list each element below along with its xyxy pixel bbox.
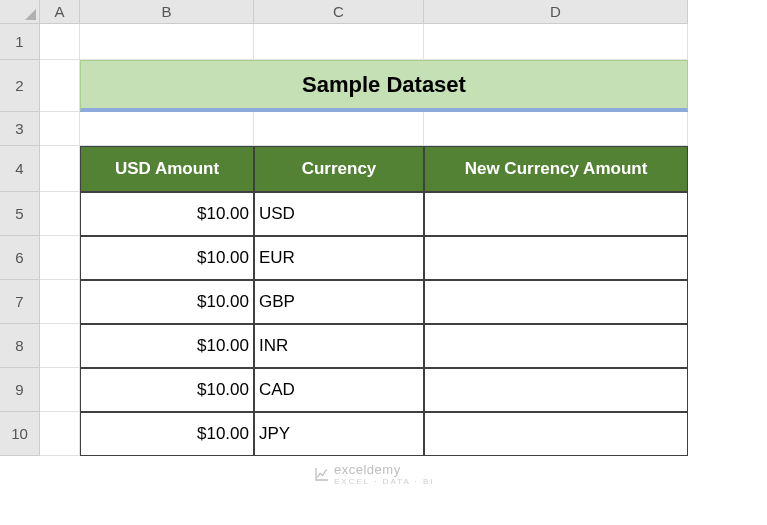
cell-usd-amount[interactable]: $10.00	[80, 192, 254, 236]
watermark-brand: exceldemy	[334, 462, 435, 477]
row-header-3[interactable]: 3	[0, 112, 40, 146]
watermark-text: exceldemy EXCEL · DATA · BI	[334, 462, 435, 486]
cell[interactable]	[40, 192, 80, 236]
cell[interactable]	[40, 412, 80, 456]
row-header-2[interactable]: 2	[0, 60, 40, 112]
cell-usd-amount[interactable]: $10.00	[80, 280, 254, 324]
row-header-7[interactable]: 7	[0, 280, 40, 324]
cell[interactable]	[80, 24, 254, 60]
chart-icon	[314, 466, 330, 482]
row-headers: 12345678910	[0, 24, 40, 456]
cell[interactable]	[40, 112, 80, 146]
row-header-1[interactable]: 1	[0, 24, 40, 60]
select-all-cell[interactable]	[0, 0, 40, 24]
row-header-4[interactable]: 4	[0, 146, 40, 192]
cell[interactable]	[424, 112, 688, 146]
row-header-10[interactable]: 10	[0, 412, 40, 456]
row-header-6[interactable]: 6	[0, 236, 40, 280]
th-currency[interactable]: Currency	[254, 146, 424, 192]
cell-new-currency-amount[interactable]	[424, 280, 688, 324]
cell-currency[interactable]: INR	[254, 324, 424, 368]
row-header-5[interactable]: 5	[0, 192, 40, 236]
cell[interactable]	[424, 24, 688, 60]
cell[interactable]	[40, 60, 80, 112]
column-headers: ABCD	[40, 0, 688, 24]
cell-currency[interactable]: EUR	[254, 236, 424, 280]
cell[interactable]	[40, 324, 80, 368]
row-header-9[interactable]: 9	[0, 368, 40, 412]
cell[interactable]	[40, 368, 80, 412]
cell[interactable]	[40, 236, 80, 280]
cell[interactable]	[80, 112, 254, 146]
watermark-tag: EXCEL · DATA · BI	[334, 477, 435, 486]
th-usd-amount[interactable]: USD Amount	[80, 146, 254, 192]
cell[interactable]	[40, 24, 80, 60]
cell-currency[interactable]: JPY	[254, 412, 424, 456]
cell[interactable]	[40, 146, 80, 192]
title-text: Sample Dataset	[302, 72, 466, 98]
cell-usd-amount[interactable]: $10.00	[80, 412, 254, 456]
row-header-8[interactable]: 8	[0, 324, 40, 368]
th-new-currency-amount[interactable]: New Currency Amount	[424, 146, 688, 192]
col-header-b[interactable]: B	[80, 0, 254, 24]
cell-new-currency-amount[interactable]	[424, 368, 688, 412]
cell-currency[interactable]: GBP	[254, 280, 424, 324]
cell-currency[interactable]: CAD	[254, 368, 424, 412]
cell-usd-amount[interactable]: $10.00	[80, 324, 254, 368]
cell[interactable]	[254, 112, 424, 146]
title-banner: Sample Dataset	[80, 60, 688, 112]
cell-usd-amount[interactable]: $10.00	[80, 236, 254, 280]
cell-new-currency-amount[interactable]	[424, 192, 688, 236]
cell[interactable]	[40, 280, 80, 324]
cell-usd-amount[interactable]: $10.00	[80, 368, 254, 412]
cell-new-currency-amount[interactable]	[424, 324, 688, 368]
cell[interactable]	[254, 24, 424, 60]
col-header-c[interactable]: C	[254, 0, 424, 24]
watermark: exceldemy EXCEL · DATA · BI	[314, 462, 435, 486]
cell-currency[interactable]: USD	[254, 192, 424, 236]
col-header-d[interactable]: D	[424, 0, 688, 24]
cell-new-currency-amount[interactable]	[424, 236, 688, 280]
spreadsheet-view: ABCD 12345678910 Sample Dataset USD Amou…	[0, 0, 767, 525]
cell-new-currency-amount[interactable]	[424, 412, 688, 456]
col-header-a[interactable]: A	[40, 0, 80, 24]
